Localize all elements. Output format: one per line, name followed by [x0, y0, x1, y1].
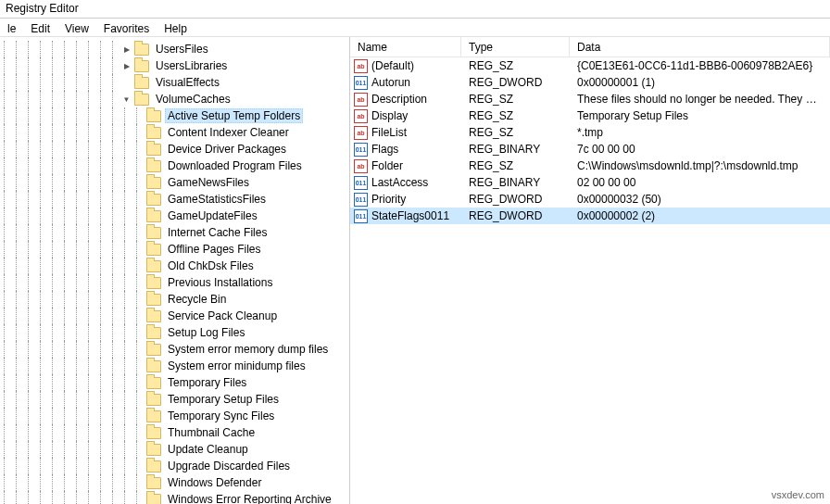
tree-item-label: Temporary Setup Files [165, 392, 282, 407]
tree-item-system-error-minidump-files[interactable]: System error minidump files [0, 358, 349, 374]
value-type-icon: 011 [354, 193, 368, 207]
tree-item-downloaded-program-files[interactable]: Downloaded Program Files [0, 158, 349, 174]
value-data: 7c 00 00 00 [570, 142, 830, 157]
expander-icon[interactable]: ▼ [121, 94, 132, 105]
tree-item-label: Service Pack Cleanup [165, 309, 280, 323]
folder-icon [146, 477, 161, 489]
title-text: Registry Editor [6, 2, 79, 15]
value-row[interactable]: 011LastAccessREG_BINARY02 00 00 00 [350, 174, 830, 191]
tree-item-temporary-sync-files[interactable]: Temporary Sync Files [0, 408, 349, 424]
menu-help[interactable]: Help [157, 20, 195, 34]
tree-item-upgrade-discarded-files[interactable]: Upgrade Discarded Files [0, 458, 349, 474]
tree-item-usersfiles[interactable]: ▶UsersFiles [0, 41, 349, 57]
folder-icon [146, 144, 161, 156]
tree-item-setup-log-files[interactable]: Setup Log Files [0, 324, 349, 341]
expander-icon[interactable]: ▶ [121, 44, 132, 55]
tree-item-label: VisualEffects [153, 75, 222, 90]
folder-icon [146, 310, 161, 322]
folder-icon [146, 360, 161, 372]
value-type: REG_SZ [461, 108, 570, 123]
value-type: REG_SZ [461, 92, 570, 107]
tree-item-device-driver-packages[interactable]: Device Driver Packages [0, 141, 349, 158]
value-name: (Default) [371, 59, 414, 72]
folder-icon [146, 460, 161, 472]
value-type-icon: 011 [354, 143, 368, 157]
value-data: C:\Windows\msdownld.tmp|?:\msdownld.tmp [570, 158, 830, 173]
tree-item-old-chkdsk-files[interactable]: Old ChkDsk Files [0, 258, 349, 274]
tree-item-label: UsersFiles [153, 42, 211, 57]
value-row[interactable]: 011AutorunREG_DWORD0x00000001 (1) [350, 74, 830, 91]
tree-item-system-error-memory-dump-files[interactable]: System error memory dump files [0, 341, 349, 358]
tree-item-label: Offline Pages Files [165, 242, 264, 257]
tree-item-gameupdatefiles[interactable]: GameUpdateFiles [0, 208, 349, 224]
expander-icon[interactable]: ▶ [121, 61, 132, 71]
tree-item-label: Update Cleanup [165, 442, 251, 457]
value-data: {C0E13E61-0CC6-11d1-BBB6-0060978B2AE6} [570, 58, 830, 73]
value-type-icon: ab [354, 93, 368, 107]
tree-item-service-pack-cleanup[interactable]: Service Pack Cleanup [0, 308, 349, 324]
menu-favorites[interactable]: Favorites [96, 20, 157, 34]
value-row[interactable]: 011PriorityREG_DWORD0x00000032 (50) [350, 191, 830, 208]
values-pane[interactable]: Name Type Data ab(Default)REG_SZ{C0E13E6… [350, 37, 830, 504]
tree-item-thumbnail-cache[interactable]: Thumbnail Cache [0, 424, 349, 441]
menu-file[interactable]: le [0, 20, 23, 34]
value-row[interactable]: abDisplayREG_SZTemporary Setup Files [350, 107, 830, 124]
value-type-icon: ab [354, 109, 368, 123]
value-name: Folder [371, 159, 403, 172]
tree-item-active-setup-temp-folders[interactable]: Active Setup Temp Folders [0, 107, 349, 124]
folder-icon [146, 194, 161, 206]
tree-item-label: VolumeCaches [153, 92, 233, 107]
tree-item-windows-defender[interactable]: Windows Defender [0, 474, 349, 491]
value-data: 0x00000002 (2) [570, 208, 830, 223]
expander-icon[interactable] [121, 78, 132, 88]
value-name: LastAccess [371, 176, 428, 189]
tree-item-volumecaches[interactable]: ▼VolumeCaches [0, 91, 349, 107]
tree-pane[interactable]: ▶UsersFiles▶UsersLibrariesVisualEffects▼… [0, 37, 350, 504]
value-data: 0x00000001 (1) [570, 75, 830, 90]
menu-edit[interactable]: Edit [23, 20, 57, 34]
folder-icon [146, 227, 161, 239]
tree-item-internet-cache-files[interactable]: Internet Cache Files [0, 224, 349, 241]
tree-item-temporary-files[interactable]: Temporary Files [0, 374, 349, 391]
value-name: StateFlags0011 [371, 209, 449, 222]
value-row[interactable]: 011StateFlags0011REG_DWORD0x00000002 (2) [350, 208, 830, 224]
value-row[interactable]: abFileListREG_SZ*.tmp [350, 124, 830, 141]
tree-item-label: UsersLibraries [153, 58, 230, 73]
tree-item-previous-installations[interactable]: Previous Installations [0, 274, 349, 291]
tree-item-label: System error memory dump files [165, 342, 331, 357]
value-row[interactable]: 011FlagsREG_BINARY7c 00 00 00 [350, 141, 830, 158]
folder-icon [146, 377, 161, 389]
tree-item-windows-error-reporting-archive[interactable]: Windows Error Reporting Archive [0, 491, 349, 504]
folder-icon [146, 427, 161, 439]
value-type: REG_SZ [461, 125, 570, 140]
menu-bar: le Edit View Favorites Help [0, 19, 830, 37]
value-type: REG_DWORD [461, 75, 570, 90]
col-header-type[interactable]: Type [461, 37, 570, 57]
tree-item-content-indexer-cleaner[interactable]: Content Indexer Cleaner [0, 124, 349, 141]
folder-icon [146, 160, 161, 172]
col-header-name[interactable]: Name [350, 37, 461, 57]
tree-item-recycle-bin[interactable]: Recycle Bin [0, 291, 349, 308]
tree-item-userslibraries[interactable]: ▶UsersLibraries [0, 57, 349, 74]
watermark: vsxdev.com [772, 489, 824, 500]
tree-item-visualeffects[interactable]: VisualEffects [0, 74, 349, 91]
tree-item-gamestatisticsfiles[interactable]: GameStatisticsFiles [0, 191, 349, 208]
menu-view[interactable]: View [57, 20, 96, 34]
folder-icon [146, 394, 161, 406]
folder-icon [134, 94, 149, 106]
tree-item-label: System error minidump files [165, 359, 308, 373]
tree-item-gamenewsfiles[interactable]: GameNewsFiles [0, 174, 349, 191]
value-name: Priority [371, 193, 406, 206]
col-header-data[interactable]: Data [570, 37, 830, 57]
tree-item-label: Previous Installations [165, 275, 275, 290]
value-row[interactable]: abDescriptionREG_SZThese files should no… [350, 91, 830, 107]
value-type: REG_SZ [461, 58, 570, 73]
folder-icon [146, 127, 161, 139]
tree-item-update-cleanup[interactable]: Update Cleanup [0, 441, 349, 458]
tree-item-label: Setup Log Files [165, 325, 247, 340]
tree-item-offline-pages-files[interactable]: Offline Pages Files [0, 241, 349, 258]
tree-item-temporary-setup-files[interactable]: Temporary Setup Files [0, 391, 349, 408]
value-row[interactable]: ab(Default)REG_SZ{C0E13E61-0CC6-11d1-BBB… [350, 57, 830, 74]
value-row[interactable]: abFolderREG_SZC:\Windows\msdownld.tmp|?:… [350, 158, 830, 174]
tree-item-label: Downloaded Program Files [165, 158, 305, 173]
